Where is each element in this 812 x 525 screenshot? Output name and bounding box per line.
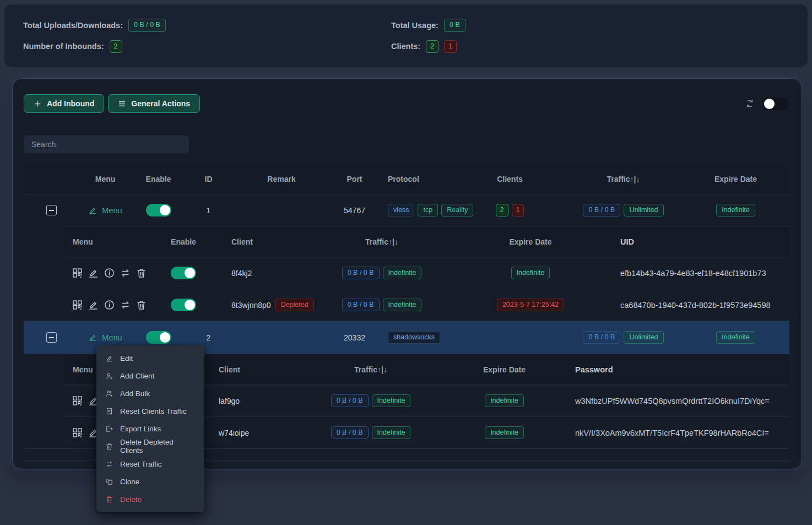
traffic-limit-badge: Unlimited [624, 204, 663, 217]
inbounds-page: Total Uploads/Downloads: 0 B / 0 B Total… [0, 0, 812, 525]
qr-code-icon[interactable] [72, 267, 83, 279]
expire-badge: Indefinite [511, 267, 550, 280]
header-expire-date: Expire Date [451, 237, 610, 246]
uploads-downloads-badge: 0 B / 0 B [128, 19, 166, 32]
search-input[interactable] [24, 136, 189, 153]
context-menu-item-reset-traffic[interactable]: Reset Traffic [96, 455, 204, 473]
stat-clients: Clients: 2 1 [391, 40, 808, 53]
header-uid: UID [610, 237, 789, 246]
total-usage-badge: 0 B [444, 19, 465, 32]
menu-bars-icon [118, 100, 126, 108]
context-menu-item-edit[interactable]: Edit [96, 349, 204, 367]
info-icon[interactable] [104, 267, 115, 279]
add-inbound-button[interactable]: Add Inbound [24, 94, 104, 113]
traffic-badge: 0 B / 0 B [331, 426, 369, 440]
pencil-icon [105, 354, 113, 362]
stat-label: Total Usage: [391, 21, 439, 30]
inbound-1-clients-table: Menu Enable Client Traffic↑|↓ Expire Dat… [65, 226, 789, 321]
context-menu-item-delete-depleted-clients[interactable]: Delete Depleted Clients [96, 437, 204, 455]
stat-label: Clients: [391, 42, 420, 51]
general-actions-label: General Actions [131, 99, 190, 108]
traffic-limit-badge: Indefinite [383, 299, 422, 312]
clients-active-badge: 2 [496, 204, 508, 217]
client-enable-toggle[interactable] [171, 299, 196, 311]
header-protocol: Protocol [378, 175, 455, 183]
client-row-8t3wjnn8p0: 8t3wjnn8p0 Depleted 0 B / 0 B Indefinite… [65, 289, 789, 321]
protocol-tag-vless: vless [388, 204, 414, 217]
pencil-icon [88, 333, 98, 342]
reset-traffic-icon[interactable] [120, 267, 131, 279]
user-add-icon [105, 372, 113, 380]
inbound-2-menu-button[interactable]: Menu [88, 333, 122, 342]
refresh-icon[interactable] [745, 99, 755, 109]
header-menu: Menu [79, 175, 132, 183]
clients-depleted-badge: 1 [512, 204, 524, 217]
stat-label: Number of Inbounds: [23, 42, 104, 51]
header-traffic-sort[interactable]: Traffic↑|↓ [305, 365, 437, 374]
traffic-limit-badge: Indefinite [372, 426, 411, 440]
document-reset-icon [105, 407, 113, 415]
auto-refresh-toggle[interactable] [763, 98, 788, 110]
traffic-badge: 0 B / 0 B [583, 331, 620, 344]
client-enable-toggle[interactable] [171, 267, 196, 279]
context-menu-item-add-bulk[interactable]: Add Bulk [96, 385, 204, 402]
traffic-badge: 0 B / 0 B [342, 299, 380, 312]
inbound-1-enable-toggle[interactable] [146, 204, 171, 217]
header-remark: Remark [232, 175, 331, 183]
client-row-8f4kj2: 8f4kj2 0 B / 0 B Indefinite Indefinite e… [65, 257, 789, 289]
plus-icon [34, 100, 42, 108]
info-icon[interactable] [104, 299, 115, 311]
header-enable: Enable [132, 175, 185, 183]
toggle-knob [160, 205, 170, 215]
protocol-tag-tcp: tcp [418, 204, 438, 217]
pencil-icon [88, 205, 98, 215]
edit-icon[interactable] [88, 299, 99, 311]
client-name: 8f4kj2 [214, 269, 313, 278]
header-id: ID [185, 175, 232, 183]
stat-number-of-inbounds: Number of Inbounds: 2 [23, 40, 391, 53]
context-menu-item-export-links[interactable]: Export Links [96, 420, 204, 437]
expire-badge: Indefinite [716, 204, 755, 217]
collapse-icon[interactable] [46, 332, 57, 343]
context-menu-item-reset-clients-traffic[interactable]: Reset Clients Traffic [96, 402, 204, 420]
delete-icon[interactable] [136, 299, 147, 311]
context-menu-item-delete[interactable]: Delete [96, 490, 204, 508]
traffic-badge: 0 B / 0 B [583, 204, 620, 217]
clone-icon [105, 478, 113, 486]
inbound-1-port: 54767 [331, 206, 378, 215]
inbound-2-enable-toggle[interactable] [146, 331, 171, 344]
toolbar: Add Inbound General Actions [13, 79, 802, 113]
clients-table-header: Menu Enable Client Traffic↑|↓ Expire Dat… [65, 226, 789, 257]
inbounds-count-badge: 2 [110, 40, 122, 53]
header-password: Password [572, 365, 789, 374]
traffic-limit-badge: Indefinite [372, 394, 411, 408]
trash-icon [105, 495, 113, 504]
header-menu: Menu [65, 237, 153, 246]
header-port: Port [331, 175, 378, 183]
context-menu-item-add-client[interactable]: Add Client [96, 367, 204, 385]
context-menu-item-clone[interactable]: Clone [96, 473, 204, 490]
header-client: Client [211, 365, 305, 374]
edit-icon[interactable] [88, 267, 99, 279]
inbound-context-menu: Edit Add Client Add Bulk Reset Clients T… [96, 345, 204, 512]
collapse-icon[interactable] [46, 205, 57, 215]
stats-card: Total Uploads/Downloads: 0 B / 0 B Total… [4, 4, 808, 67]
inbound-1-menu-button[interactable]: Menu [88, 205, 122, 215]
general-actions-button[interactable]: General Actions [108, 94, 200, 113]
reset-traffic-icon[interactable] [120, 299, 131, 311]
qr-code-icon[interactable] [72, 427, 83, 439]
protocol-tag-shadowsocks: shadowsocks [388, 331, 440, 344]
header-enable: Enable [153, 237, 214, 246]
client-name: 8t3wjnn8p0 [231, 301, 271, 310]
header-traffic-sort[interactable]: Traffic↑|↓ [313, 237, 451, 246]
header-traffic-sort[interactable]: Traffic↑|↓ [565, 175, 682, 183]
client-password: w3NfbzUPf5WWd745Q8pvsmQrdrttT2IO6knuI7Di… [572, 397, 789, 405]
client-name: w74ioipe [211, 429, 305, 437]
qr-code-icon[interactable] [72, 395, 83, 407]
search-box [24, 136, 189, 153]
inbound-row-1: Menu 1 54767 vless tcp Reality 2 1 0 B / [24, 194, 789, 226]
client-name: laf9go [211, 397, 305, 405]
delete-icon[interactable] [136, 267, 147, 279]
header-clients: Clients [455, 175, 565, 183]
qr-code-icon[interactable] [72, 299, 83, 311]
